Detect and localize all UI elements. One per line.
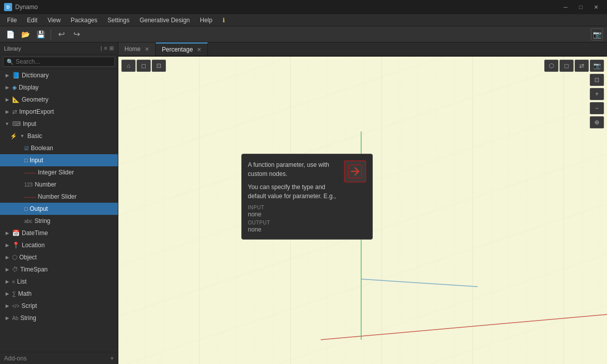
tabs-bar: Home ✕ Percentage ✕ bbox=[118, 42, 607, 57]
addons-add-icon[interactable]: + bbox=[110, 355, 114, 362]
app-title: Dynamo bbox=[15, 4, 38, 11]
menu-edit[interactable]: Edit bbox=[22, 16, 42, 25]
tab-percentage[interactable]: Percentage ✕ bbox=[156, 42, 208, 56]
undo-button[interactable]: ↩ bbox=[55, 28, 67, 40]
canvas-fit-button[interactable]: ⊡ bbox=[590, 74, 604, 86]
toolbar-separator-1 bbox=[51, 29, 51, 39]
camera-button[interactable]: 📷 bbox=[591, 28, 603, 40]
icon-string2: Ab bbox=[12, 315, 18, 321]
label-importexport: ImportExport bbox=[19, 108, 118, 115]
tree-item-dictionary[interactable]: ▶ 📘 Dictionary bbox=[0, 69, 118, 81]
tree-item-string2[interactable]: ▶ Ab String bbox=[0, 312, 118, 324]
tree-item-object[interactable]: ▶ ⬡ Object bbox=[0, 251, 118, 263]
tab-percentage-label: Percentage bbox=[162, 46, 193, 53]
save-file-button[interactable]: 💾 bbox=[34, 28, 47, 40]
minimize-button[interactable]: ─ bbox=[558, 0, 573, 14]
library-icon-list[interactable]: ≡ bbox=[104, 45, 107, 52]
canvas-view-3d-button[interactable]: ⬡ bbox=[544, 60, 558, 72]
close-button[interactable]: ✕ bbox=[589, 0, 603, 14]
tree-item-location[interactable]: ▶ 📍 Location bbox=[0, 239, 118, 251]
library-icon-grid[interactable]: ⊞ bbox=[109, 45, 114, 52]
icon-input-node: □ bbox=[24, 157, 28, 163]
tree-item-output-node[interactable]: □ Output bbox=[0, 203, 118, 215]
icon-list: ≡ bbox=[12, 279, 15, 285]
label-number-slider: Number Slider bbox=[38, 193, 118, 200]
lightning-icon: ⚡ bbox=[10, 133, 17, 140]
tree-item-integer-slider[interactable]: —·— Integer Slider bbox=[0, 166, 118, 178]
search-input-wrap[interactable]: 🔍 bbox=[3, 57, 115, 67]
icon-number-slider: —·— bbox=[24, 194, 36, 200]
tree-item-timespan[interactable]: ▶ ⏱ TimeSpan bbox=[0, 263, 118, 276]
addons-bar[interactable]: Add-ons + bbox=[0, 352, 118, 364]
canvas-grid-button[interactable]: ⊡ bbox=[152, 60, 166, 72]
label-dictionary: Dictionary bbox=[22, 72, 118, 79]
view-buttons-row: ⬡ ◻ ⇄ 📷 bbox=[544, 60, 604, 72]
icon-object: ⬡ bbox=[12, 254, 17, 261]
tree-item-geometry[interactable]: ▶ 📐 Geometry bbox=[0, 94, 118, 106]
arrow-location: ▶ bbox=[4, 243, 10, 248]
tab-home[interactable]: Home ✕ bbox=[118, 42, 156, 56]
tooltip-desc1: A function parameter, use with custom no… bbox=[248, 160, 338, 178]
tab-percentage-close[interactable]: ✕ bbox=[197, 47, 201, 53]
menu-packages[interactable]: Packages bbox=[66, 16, 103, 25]
tree-item-boolean[interactable]: ☑ Boolean bbox=[0, 142, 118, 154]
new-file-button[interactable]: 📄 bbox=[4, 28, 16, 40]
arrow-list: ▶ bbox=[4, 279, 10, 284]
output-label: OUTPUT bbox=[248, 220, 366, 225]
label-list: List bbox=[17, 278, 118, 285]
arrow-geometry: ▶ bbox=[4, 97, 10, 102]
menu-settings[interactable]: Settings bbox=[103, 16, 135, 25]
icon-input: ⌨ bbox=[12, 120, 21, 127]
menu-generative-design[interactable]: Generative Design bbox=[135, 16, 195, 25]
label-datetime: DateTime bbox=[22, 230, 118, 237]
menu-info[interactable]: ℹ bbox=[218, 16, 230, 25]
canvas-origin-button[interactable]: ⊕ bbox=[590, 116, 604, 128]
tree-item-list[interactable]: ▶ ≡ List bbox=[0, 276, 118, 288]
menu-view[interactable]: View bbox=[42, 16, 66, 25]
canvas-view-2d-button[interactable]: ◻ bbox=[559, 60, 574, 72]
menu-help[interactable]: Help bbox=[195, 16, 218, 25]
redo-button[interactable]: ↪ bbox=[70, 28, 82, 40]
tree-item-input-node[interactable]: □ Input bbox=[0, 154, 118, 166]
arrow-timespan: ▶ bbox=[4, 267, 10, 272]
label-math: Math bbox=[18, 290, 118, 297]
tree-item-string[interactable]: abc String bbox=[0, 215, 118, 227]
tree-item-input[interactable]: ▼ ⌨ Input bbox=[0, 118, 118, 130]
label-integer-slider: Integer Slider bbox=[38, 169, 118, 176]
icon-string: abc bbox=[24, 218, 32, 224]
tab-home-close[interactable]: ✕ bbox=[145, 46, 149, 53]
library-icon-bar[interactable]: | bbox=[101, 45, 102, 52]
tree-item-display[interactable]: ▶ ◈ Display bbox=[0, 81, 118, 94]
tree-item-basic[interactable]: ⚡ ▼ Basic bbox=[0, 130, 118, 142]
canvas-view-toggle-button[interactable]: ⇄ bbox=[575, 60, 589, 72]
icon-integer-slider: —·— bbox=[24, 170, 36, 175]
maximize-button[interactable]: □ bbox=[574, 0, 588, 14]
search-input[interactable] bbox=[16, 58, 111, 65]
tree-item-number-slider[interactable]: —·— Number Slider bbox=[0, 191, 118, 203]
tree-item-math[interactable]: ▶ ∑ Math bbox=[0, 288, 118, 300]
tree-item-importexport[interactable]: ▶ ⇄ ImportExport bbox=[0, 106, 118, 118]
canvas-zoom-out-button[interactable]: − bbox=[590, 102, 604, 114]
canvas-3d-button[interactable]: ◻ bbox=[137, 60, 151, 72]
canvas-home-button[interactable]: ⌂ bbox=[121, 60, 136, 72]
label-basic: Basic bbox=[27, 132, 118, 140]
menu-file[interactable]: File bbox=[2, 16, 22, 25]
label-display: Display bbox=[19, 84, 118, 91]
tree-item-datetime[interactable]: ▶ 📅 DateTime bbox=[0, 227, 118, 239]
canvas-right-side: ⬡ ◻ ⇄ 📷 ⊡ + − ⊕ bbox=[544, 60, 604, 128]
tab-home-label: Home bbox=[124, 46, 141, 53]
label-number: Number bbox=[35, 181, 118, 188]
arrow-dictionary: ▶ bbox=[4, 73, 10, 78]
main-layout: Library | ≡ ⊞ 🔍 ▶ 📘 Dictionary ▶ bbox=[0, 42, 607, 364]
titlebar-controls[interactable]: ─ □ ✕ bbox=[558, 0, 603, 14]
menubar: File Edit View Packages Settings Generat… bbox=[0, 14, 607, 26]
canvas-camera-button[interactable]: 📷 bbox=[590, 60, 604, 72]
tree-item-script[interactable]: ▶ </> Script bbox=[0, 300, 118, 312]
label-output-node: Output bbox=[30, 205, 118, 212]
open-file-button[interactable]: 📂 bbox=[19, 28, 31, 40]
search-box: 🔍 bbox=[0, 55, 118, 69]
icon-timespan: ⏱ bbox=[12, 266, 18, 273]
tree-item-number[interactable]: 123 Number bbox=[0, 178, 118, 191]
canvas-zoom-in-button[interactable]: + bbox=[590, 88, 604, 100]
input-label: INPUT bbox=[248, 205, 366, 210]
